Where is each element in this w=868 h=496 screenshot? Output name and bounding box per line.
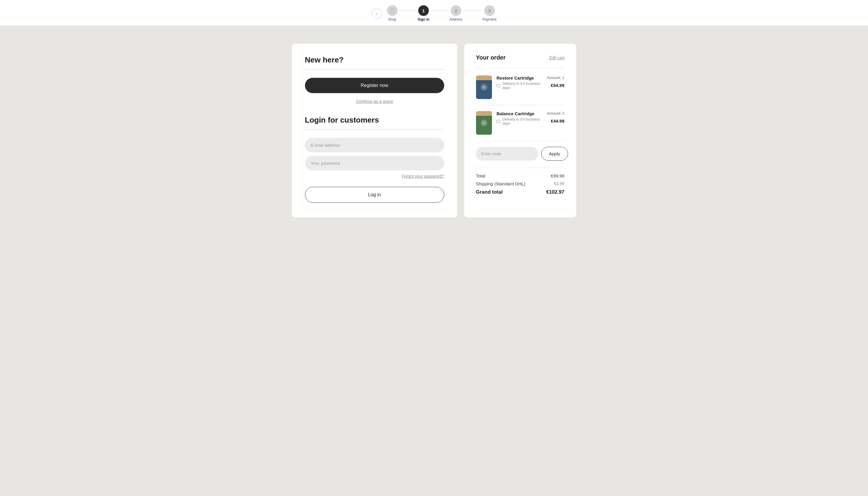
product-logo-restore: C <box>481 84 487 91</box>
stepper-items: Shop 1 Sign in 2 Address <box>387 5 496 21</box>
stepper-item-signin: 1 Sign in <box>418 5 430 21</box>
password-input[interactable] <box>305 156 444 170</box>
back-button[interactable]: ‹ <box>372 9 381 19</box>
left-panel: New here? Register now Continue as a gue… <box>292 44 457 217</box>
stepper-circle-address: 2 <box>451 5 461 16</box>
stepper-circle-shop <box>387 5 398 16</box>
item-price-balance: €44.99 <box>551 119 565 123</box>
delivery-icon-restore <box>497 84 500 87</box>
item-delivery-restore: Delivery in 3-5 business days <box>497 82 542 90</box>
stepper-item-shop: Shop <box>387 5 398 21</box>
delivery-icon-balance <box>497 120 500 123</box>
item-right-restore: Amount: 1 €54.99 <box>547 75 564 88</box>
shop-icon <box>390 9 394 13</box>
stepper-line-1 <box>399 11 417 11</box>
new-here-title: New here? <box>305 56 444 64</box>
order-item-restore: C Restore Cartridge Delivery in 3-5 busi… <box>476 75 565 105</box>
shipping-label: Shipping (Standard DHL) <box>476 181 526 186</box>
order-title: Your order <box>476 54 506 61</box>
item-amount-balance: Amount: 1 <box>547 111 564 115</box>
grand-total-row: Grand total €102.97 <box>476 189 565 195</box>
coupon-row: Apply <box>476 147 565 160</box>
total-value: €99.98 <box>551 173 565 178</box>
svg-point-0 <box>390 9 394 12</box>
order-item-balance: C Balance Cartridge Delivery in 3-5 busi… <box>476 111 565 141</box>
back-icon: ‹ <box>376 11 377 16</box>
item-amount-restore: Amount: 1 <box>547 75 564 80</box>
new-here-divider <box>305 69 444 69</box>
coupon-input[interactable] <box>476 147 538 160</box>
stepper-line-2 <box>431 11 448 11</box>
step-payment-label: Payment <box>482 17 496 21</box>
step-shop-label: Shop <box>388 17 396 21</box>
product-logo-balance: C <box>481 120 487 126</box>
login-for-customers-title: Login for customers <box>305 115 444 125</box>
item-name-restore: Restore Cartridge <box>497 75 542 80</box>
stepper-circle-signin: 1 <box>418 5 429 16</box>
total-label: Total <box>476 173 485 178</box>
grand-total-value: €102.97 <box>546 189 564 195</box>
order-header: Your order Edit cart <box>476 54 565 61</box>
login-divider <box>305 129 444 130</box>
register-now-button[interactable]: Register now <box>305 78 444 93</box>
stepper-item-payment: 3 Payment <box>482 5 496 21</box>
order-totals: Total €99.98 Shipping (Standard DHL) €2.… <box>476 168 565 195</box>
edit-cart-link[interactable]: Edit cart <box>549 56 564 60</box>
continue-as-guest-link[interactable]: Continue as a guest <box>305 99 444 104</box>
item-price-restore: €54.99 <box>551 83 565 88</box>
grand-total-label: Grand total <box>476 189 503 195</box>
stepper-item-address: 2 Address <box>449 5 462 21</box>
product-image-balance: C <box>476 111 492 135</box>
order-summary-panel: Your order Edit cart C Restore Cartridge… <box>464 44 576 217</box>
shipping-value: €2.99 <box>554 181 564 186</box>
stepper-circle-payment: 3 <box>484 5 495 16</box>
checkout-header: ‹ Shop 1 Sign in <box>0 0 868 26</box>
product-image-restore: C <box>476 75 492 99</box>
main-content: New here? Register now Continue as a gue… <box>0 26 868 235</box>
item-details-restore: Restore Cartridge Delivery in 3-5 busine… <box>497 75 542 90</box>
email-input[interactable] <box>305 138 444 152</box>
total-row: Total €99.98 <box>476 173 565 178</box>
stepper: ‹ Shop 1 Sign in <box>372 5 496 21</box>
forgot-password-link[interactable]: Forgot your password? <box>305 174 444 179</box>
item-details-balance: Balance Cartridge Delivery in 3-5 busine… <box>497 111 542 126</box>
shipping-row: Shipping (Standard DHL) €2.99 <box>476 181 565 186</box>
stepper-line-3 <box>464 11 481 11</box>
item-delivery-balance: Delivery in 3-5 business days <box>497 117 542 126</box>
step-signin-label: Sign in <box>418 17 430 21</box>
apply-coupon-button[interactable]: Apply <box>541 147 568 160</box>
login-button[interactable]: Log in <box>305 187 444 203</box>
step-address-label: Address <box>449 17 462 21</box>
item-name-balance: Balance Cartridge <box>497 111 542 116</box>
item-right-balance: Amount: 1 €44.99 <box>547 111 564 123</box>
order-divider <box>476 68 565 68</box>
